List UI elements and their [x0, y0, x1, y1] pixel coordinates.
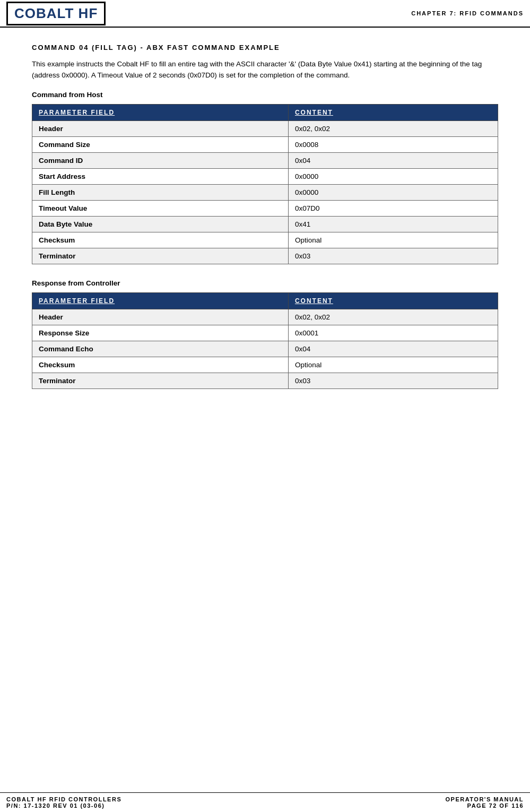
logo-text: COBALT HF [14, 5, 98, 21]
field-cell: Checksum [32, 232, 289, 248]
table-row: ChecksumOptional [32, 357, 498, 373]
content-cell: 0x0008 [288, 136, 498, 152]
table-row: Start Address0x0000 [32, 168, 498, 184]
field-cell: Checksum [32, 357, 289, 373]
table-row: Command Size0x0008 [32, 136, 498, 152]
field-cell: Terminator [32, 373, 289, 388]
content-cell: 0x03 [288, 373, 498, 388]
table-row: Data Byte Value0x41 [32, 216, 498, 232]
content-cell: 0x07D0 [288, 200, 498, 216]
table-row: Response Size0x0001 [32, 325, 498, 341]
logo-box: COBALT HF [6, 2, 106, 25]
field-cell: Response Size [32, 325, 289, 341]
table-row: ChecksumOptional [32, 232, 498, 248]
footer-left-line1: COBALT HF RFID CONTROLLERS [6, 796, 121, 802]
table-row: Command ID0x04 [32, 152, 498, 168]
col1-header-1: PARAMETER FIELD [32, 104, 289, 120]
section-label-1: Command from Host [32, 91, 498, 99]
footer-left: COBALT HF RFID CONTROLLERS P/N: 17-1320 … [6, 796, 121, 809]
field-cell: Command Size [32, 136, 289, 152]
footer-right-line2: PAGE 72 OF 116 [446, 802, 524, 809]
footer-left-line2: P/N: 17-1320 REV 01 (03-06) [6, 802, 121, 809]
footer-right-line1: OPERATOR'S MANUAL [446, 796, 524, 802]
col1-header-2: PARAMETER FIELD [32, 292, 289, 309]
col2-header-1: CONTENT [288, 104, 498, 120]
content-cell: 0x0000 [288, 184, 498, 200]
field-cell: Start Address [32, 168, 289, 184]
content-cell: 0x41 [288, 216, 498, 232]
field-cell: Timeout Value [32, 200, 289, 216]
table-row: Command Echo0x04 [32, 341, 498, 357]
command-table: PARAMETER FIELD CONTENT Header0x02, 0x02… [32, 104, 498, 264]
field-cell: Header [32, 309, 289, 325]
content-cell: Optional [288, 357, 498, 373]
content-cell: 0x0000 [288, 168, 498, 184]
field-cell: Terminator [32, 248, 289, 264]
table-row: Timeout Value0x07D0 [32, 200, 498, 216]
table-row: Fill Length0x0000 [32, 184, 498, 200]
content-cell: 0x02, 0x02 [288, 309, 498, 325]
table-row: Header0x02, 0x02 [32, 309, 498, 325]
content-cell: 0x04 [288, 152, 498, 168]
page-footer: COBALT HF RFID CONTROLLERS P/N: 17-1320 … [0, 792, 530, 812]
chapter-label: CHAPTER 7: RFID COMMANDS [411, 10, 524, 16]
content-cell: 0x02, 0x02 [288, 120, 498, 136]
table-row: Header0x02, 0x02 [32, 120, 498, 136]
description: This example instructs the Cobalt HF to … [32, 59, 498, 81]
content-cell: Optional [288, 232, 498, 248]
content-cell: 0x0001 [288, 325, 498, 341]
col2-header-2: CONTENT [288, 292, 498, 309]
field-cell: Header [32, 120, 289, 136]
field-cell: Data Byte Value [32, 216, 289, 232]
footer-right: OPERATOR'S MANUAL PAGE 72 OF 116 [446, 796, 524, 809]
page-header: COBALT HF CHAPTER 7: RFID COMMANDS [0, 0, 530, 28]
table-row: Terminator0x03 [32, 248, 498, 264]
main-content: COMMAND 04 (FILL TAG) - ABX FAST COMMAND… [0, 28, 530, 425]
content-cell: 0x03 [288, 248, 498, 264]
table-row: Terminator0x03 [32, 373, 498, 388]
field-cell: Fill Length [32, 184, 289, 200]
response-table: PARAMETER FIELD CONTENT Header0x02, 0x02… [32, 292, 498, 389]
command-heading: COMMAND 04 (FILL TAG) - ABX FAST COMMAND… [32, 44, 498, 51]
field-cell: Command Echo [32, 341, 289, 357]
field-cell: Command ID [32, 152, 289, 168]
content-cell: 0x04 [288, 341, 498, 357]
section-label-2: Response from Controller [32, 279, 498, 287]
